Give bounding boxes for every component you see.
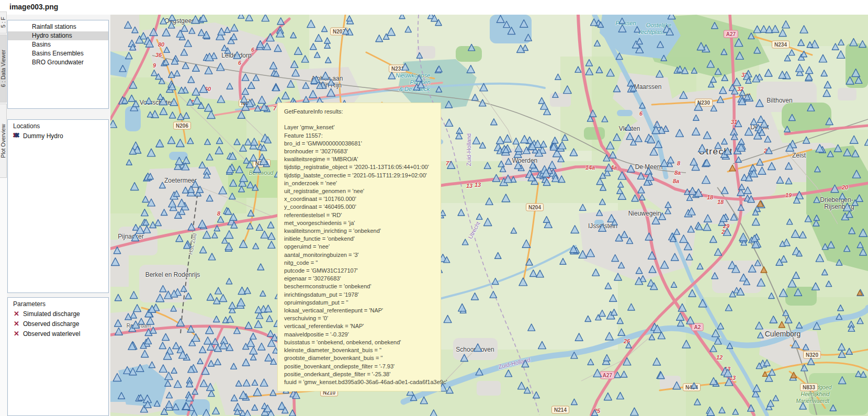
layers-panel: Rainfall stationsHydro stationsBasinsBas… [7,20,109,109]
popup-line: uit_registratie_genomen = 'nee' [284,187,434,195]
location-item-label: Dummy Hydro [23,132,63,140]
parameter-item-label: Observed waterlevel [23,330,80,338]
popup-line: grootste_diameter_bovenkant_buis = '' [284,354,434,362]
popup-line: eigenaar = '30276683' [284,275,434,283]
station-markers-layer[interactable] [110,15,868,416]
parameter-item-simulated-discharge[interactable]: ✕Simulated discharge [8,309,108,319]
parameters-list: ✕Simulated discharge✕Observed discharge✕… [8,309,108,339]
popup-line: verticaal_referentievlak = 'NAP' [284,322,434,330]
parameter-item-observed-discharge[interactable]: ✕Observed discharge [8,319,108,329]
popup-line: positie_bovenkant_ondiepste_filter = '-7… [284,363,434,370]
popup-line: met_voorgeschiedenis = 'ja' [284,219,434,227]
popup-line: inrichtingsdatum_put = '1978' [284,291,434,299]
popup-line: kleinste_diameter_bovenkant_buis = '' [284,346,434,354]
popup-line: verschuiving = '0' [284,314,434,322]
popup-line: Feature 11557: [284,132,434,140]
popup-line: fuuid = 'gmw_kenset.bd395a90-36a6-46ad-a… [284,378,434,386]
layer-item-bro-groundwater[interactable]: BRO Groundwater [8,58,108,67]
location-marker-icon [13,132,20,140]
tab-6-data-viewer[interactable]: 6 : Data Viewer [0,35,7,103]
popup-line: opgeruimd = 'nee' [284,243,434,251]
parameter-item-observed-waterlevel[interactable]: ✕Observed waterlevel [8,329,108,339]
popup-line: positie_onderkant_diepste_filter = '-25.… [284,370,434,378]
popup-line: referentiestelsel = 'RD' [284,211,434,219]
layer-item-hydro-stations[interactable]: Hydro stations [8,31,108,40]
sidebar: Rainfall stationsHydro stationsBasinsBas… [7,15,110,416]
popup-line: GetFeatureInfo results: [284,108,434,116]
popup-line: beschermconstructie = 'onbekend' [284,283,434,290]
vertical-tab-strip: 5 : F6 : Data ViewerPlot Overview [0,15,7,416]
popup-line: Layer 'gmw_kenset' [284,123,434,131]
map-canvas[interactable]: OegstgeestLeiderdorpVoorschotenAlphen aa… [110,15,868,416]
location-item-dummy-hydro[interactable]: Dummy Hydro [8,131,108,141]
tab-5-f[interactable]: 5 : F [0,12,7,33]
getfeatureinfo-popup: GetFeatureInfo results: Layer 'gmw_kense… [277,103,441,391]
popup-line: in_onderzoek = 'nee' [284,179,434,187]
popup-line: kwaliteitsregime = 'IMBRO/A' [284,155,434,163]
layer-item-basins[interactable]: Basins [8,40,108,49]
popup-line: bronhouder = '30276683' [284,148,434,155]
popup-line: putcode = 'GMW31C127107' [284,267,434,275]
tab-plot-overview[interactable]: Plot Overview [0,104,7,178]
popup-line: x_coordinaat = '101760.000' [284,195,434,203]
popup-line: buisstatus = 'onbekend, onbekend, onbeke… [284,339,434,346]
locations-list: Dummy Hydro [8,131,108,141]
application-window: image003.png 5 : F6 : Data ViewerPlot Ov… [0,0,868,416]
popup-line: maaiveldpositie = '-0.329' [284,331,434,339]
locations-header: Locations [13,122,108,130]
title-bar: image003.png [0,0,868,15]
layer-item-basins-ensembles[interactable]: Basins Ensembles [8,49,108,58]
red-x-icon: ✕ [13,330,20,338]
popup-line: bro_id = 'GMW000000038681' [284,140,434,148]
popup-line: initiele_functie = 'onbekend' [284,235,434,243]
red-x-icon: ✕ [13,310,20,318]
popup-line: aantal_monitoringbuizen = '3' [284,251,434,259]
red-x-icon: ✕ [13,320,20,328]
parameters-panel: Parameters ✕Simulated discharge✕Observed… [7,297,109,416]
popup-line: tijdstip_laatste_correctie = '2021-05-11… [284,172,434,179]
layer-item-rainfall-stations[interactable]: Rainfall stations [8,23,108,31]
popup-line: opruimingsdatum_put = '' [284,299,434,307]
layer-list: Rainfall stationsHydro stationsBasinsBas… [8,20,108,67]
locations-panel: Locations Dummy Hydro [7,119,109,293]
popup-line: lokaal_verticaal_referentiepunt = 'NAP' [284,307,434,314]
popup-line: tijdstip_registratie_object = '2020-11-1… [284,163,434,171]
popup-line: nitg_code = '' [284,259,434,267]
popup-line: y_coordinaat = '460495.000' [284,203,434,211]
parameters-header: Parameters [13,300,108,308]
window-title: image003.png [9,3,58,11]
popup-line: kwaliteitsnorm_inrichting = 'onbekend' [284,227,434,235]
parameter-item-label: Observed discharge [23,320,79,328]
popup-line [284,116,434,123]
parameter-item-label: Simulated discharge [23,310,80,318]
